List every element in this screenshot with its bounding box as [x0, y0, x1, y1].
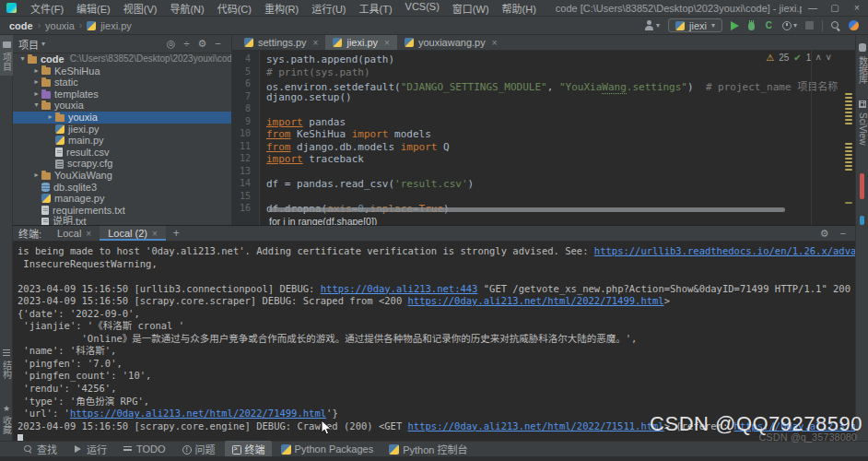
tree-item[interactable]: ▸static — [13, 77, 231, 89]
menu-item[interactable]: VCS(S) — [399, 1, 446, 16]
notifications-icon[interactable] — [849, 20, 859, 30]
statusbar-find[interactable]: 查找 — [17, 441, 64, 457]
stripe-mark[interactable] — [845, 202, 852, 204]
stop-button[interactable] — [805, 21, 814, 30]
tool-window-database[interactable]: 数据库 — [856, 37, 868, 89]
close-icon[interactable]: × — [384, 38, 390, 48]
next-problem-icon[interactable]: ˅ — [826, 53, 831, 63]
breadcrumb-item[interactable]: youxia — [45, 20, 75, 31]
editor-tab[interactable]: youxiawang.py× — [397, 35, 505, 50]
warning-stripe-mark[interactable] — [845, 161, 852, 163]
statusbar-todo[interactable]: TODO — [116, 443, 172, 455]
warning-stripe-mark[interactable] — [845, 143, 852, 145]
hide-icon[interactable]: − — [840, 228, 846, 239]
tree-item[interactable]: db.sqlite3 — [13, 182, 231, 194]
tree-item[interactable]: jiexi.py — [13, 124, 231, 136]
warning-stripe-mark[interactable] — [845, 97, 852, 99]
tree-item[interactable]: main.py — [13, 135, 231, 147]
menu-item[interactable]: 运行(U) — [305, 1, 352, 16]
horizontal-scrollbar[interactable] — [269, 207, 785, 212]
minimize-icon[interactable]: — — [802, 0, 824, 16]
chevron-down-icon[interactable]: ▾ — [31, 100, 41, 112]
editor-tab[interactable]: settings.py× — [237, 35, 325, 50]
chevron-down-icon[interactable]: ▾ — [18, 53, 28, 65]
warning-stripe-mark[interactable] — [845, 150, 852, 152]
statusbar-problems[interactable]: 问题 — [175, 441, 222, 457]
chevron-right-icon[interactable]: ▸ — [31, 89, 41, 100]
tool-window-structure[interactable]: 结构 — [0, 343, 13, 384]
warning-stripe-mark[interactable] — [845, 108, 852, 110]
statusbar-python-console[interactable]: Python 控制台 — [382, 441, 474, 457]
console-link[interactable]: https://0day.ali213.net:443 — [321, 283, 478, 294]
inspections-widget[interactable]: ⚠25 ✔1 ˄ ˅ — [766, 53, 831, 63]
user-menu[interactable]: ▾ — [644, 20, 660, 30]
statusbar-python-packages[interactable]: Python Packages — [275, 443, 381, 455]
warning-stripe-mark[interactable] — [845, 169, 852, 171]
coverage-button[interactable]: C — [764, 20, 774, 30]
locate-icon[interactable]: ◎ — [163, 38, 179, 50]
tree-item[interactable]: ▸youxia — [13, 112, 231, 124]
maximize-icon[interactable]: ▢ — [824, 0, 846, 16]
menu-item[interactable]: 工具(T) — [353, 1, 399, 16]
tree-item[interactable]: ▾youxia — [13, 100, 231, 112]
close-icon[interactable]: × — [313, 38, 319, 48]
profiler-button[interactable]: ▾ — [782, 21, 797, 30]
chevron-right-icon[interactable]: ▸ — [45, 112, 55, 124]
breadcrumb-item[interactable]: code — [9, 20, 33, 31]
tree-item[interactable]: 说明.txt — [13, 216, 231, 225]
editor-tab[interactable]: jiexi.py× — [325, 35, 396, 50]
console-link[interactable]: https://0day.ali213.net/html/2022/71499.… — [70, 408, 326, 419]
warning-stripe-mark[interactable] — [845, 147, 852, 148]
menu-item[interactable]: 视图(V) — [117, 1, 164, 16]
warning-stripe-mark[interactable] — [845, 100, 852, 102]
menu-item[interactable]: 编辑(E) — [70, 1, 117, 16]
chevron-right-icon[interactable]: ▸ — [31, 65, 41, 77]
tree-item[interactable]: result.csv — [13, 147, 231, 159]
menu-item[interactable]: 导航(N) — [163, 1, 210, 16]
warning-stripe-mark[interactable] — [845, 165, 852, 167]
tree-item[interactable]: ▸templates — [13, 89, 231, 100]
code-area[interactable]: 45678910111213141516 sys.path.append(pat… — [232, 51, 855, 225]
chevron-right-icon[interactable]: ▸ — [31, 77, 41, 89]
terminal-tab[interactable]: Local× — [49, 226, 100, 241]
settings-icon[interactable]: ⚙ — [820, 228, 829, 240]
warning-stripe-mark[interactable] — [845, 93, 852, 95]
tree-item[interactable]: scrapy.cfg — [13, 158, 231, 170]
close-icon[interactable]: × — [86, 229, 91, 239]
tool-window-project[interactable]: 项目 — [0, 35, 13, 76]
warning-stripe-mark[interactable] — [845, 158, 852, 160]
collapse-all-icon[interactable]: ÷ — [179, 38, 194, 50]
tree-item[interactable]: ▸KeShiHua — [13, 65, 231, 77]
tool-window-sciview[interactable]: SciView — [856, 94, 868, 149]
close-icon[interactable]: × — [152, 229, 158, 239]
tool-window-favorites[interactable]: ★ 收藏 — [0, 399, 13, 439]
debug-button[interactable] — [747, 20, 756, 30]
terminal-tab[interactable]: Local (2)× — [100, 226, 166, 241]
tree-item[interactable]: ▾codeC:\Users\83852\Desktop\2023youxi\co… — [13, 53, 231, 65]
close-icon[interactable]: × — [492, 38, 498, 48]
settings-icon[interactable]: ⚙ — [194, 38, 210, 50]
console-link[interactable]: https://0day.ali213.net/html/2022/71499.… — [408, 295, 664, 306]
close-icon[interactable]: × — [846, 0, 868, 16]
menu-item[interactable]: 重构(R) — [258, 1, 305, 16]
run-button[interactable] — [731, 21, 739, 30]
hide-icon[interactable]: − — [210, 38, 226, 50]
tree-item[interactable]: manage.py — [13, 193, 231, 205]
chevron-right-icon[interactable]: ▸ — [31, 170, 41, 182]
menu-item[interactable]: 代码(C) — [211, 1, 258, 16]
console-link[interactable]: https://0day.ali213.net/html/2022/71511.… — [408, 420, 664, 431]
tree-item[interactable]: ▸YouXiaWang — [13, 170, 231, 182]
search-everywhere-icon[interactable] — [831, 21, 840, 30]
statusbar-run[interactable]: 运行 — [66, 441, 113, 457]
tree-item[interactable]: requirements.txt — [13, 205, 231, 217]
warning-stripe-mark[interactable] — [845, 154, 852, 156]
warning-stripe-mark[interactable] — [845, 119, 852, 121]
new-terminal-button[interactable]: + — [166, 226, 187, 241]
statusbar-terminal[interactable]: 终端 — [225, 441, 272, 457]
run-config-selector[interactable]: jiexi ▾ — [668, 18, 722, 32]
warning-stripe-mark[interactable] — [845, 112, 852, 113]
breadcrumb-item[interactable]: jiexi.py — [100, 20, 132, 31]
menu-item[interactable]: 文件(F) — [24, 1, 70, 16]
menu-item[interactable]: 窗口(W) — [446, 1, 496, 16]
warning-stripe-mark[interactable] — [845, 123, 852, 124]
